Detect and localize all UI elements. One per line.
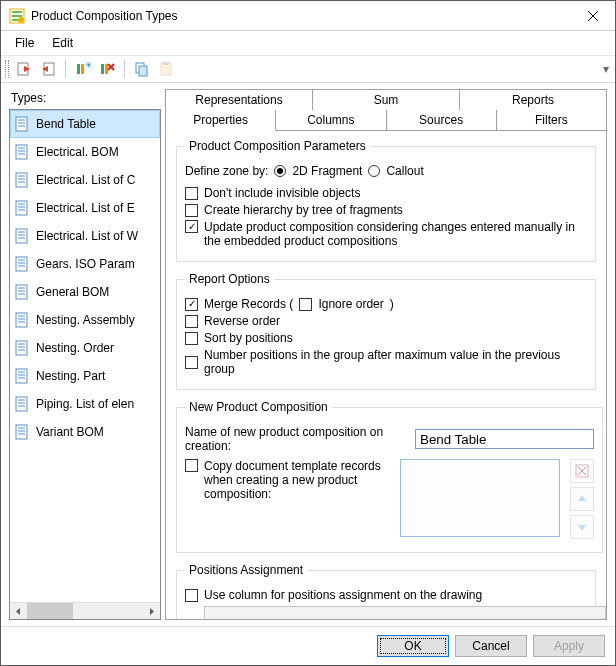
move-up-button[interactable] (570, 487, 594, 511)
toolbar-copy-button[interactable] (131, 58, 153, 80)
horizontal-scrollbar[interactable] (10, 602, 160, 619)
svg-rect-40 (16, 257, 27, 271)
positions-assignment-group: Positions Assignment Use column for posi… (176, 563, 596, 620)
scroll-track[interactable] (27, 603, 143, 620)
checkbox-dont-include-invisible[interactable] (185, 187, 198, 200)
types-label: Types: (11, 91, 161, 105)
tab-sum[interactable]: Sum (312, 89, 460, 110)
move-down-button[interactable] (570, 515, 594, 539)
list-item[interactable]: Gears. ISO Param (10, 250, 160, 278)
svg-rect-48 (16, 313, 27, 327)
list-item-label: General BOM (36, 285, 109, 299)
svg-rect-28 (16, 173, 27, 187)
list-item-label: Gears. ISO Param (36, 257, 135, 271)
checkbox-use-column-positions-label: Use column for positions assignment on t… (204, 588, 482, 602)
list-item[interactable]: General BOM (10, 278, 160, 306)
tab-representations[interactable]: Representations (165, 89, 313, 110)
document-icon (14, 312, 30, 328)
window-title: Product Composition Types (31, 9, 570, 23)
menu-file[interactable]: File (7, 34, 42, 52)
list-item[interactable]: Nesting. Part (10, 362, 160, 390)
tab-filters[interactable]: Filters (496, 110, 607, 131)
ok-button[interactable]: OK (377, 635, 449, 657)
toolbar-delete-button[interactable] (96, 58, 118, 80)
svg-point-4 (18, 17, 24, 23)
list-item[interactable]: Nesting. Assembly (10, 306, 160, 334)
scroll-thumb[interactable] (27, 603, 73, 620)
tab-sources[interactable]: Sources (386, 110, 497, 131)
titlebar: Product Composition Types (1, 1, 615, 31)
cancel-button[interactable]: Cancel (455, 635, 527, 657)
checkbox-merge-records-label: Merge Records ( (204, 297, 293, 311)
list-item[interactable]: Variant BOM (10, 418, 160, 446)
list-item[interactable]: Nesting. Order (10, 334, 160, 362)
template-records-listbox[interactable] (400, 459, 560, 537)
checkbox-sort-positions[interactable] (185, 332, 198, 345)
radio-2d-fragment[interactable] (274, 165, 286, 177)
list-item[interactable]: Electrical. List of E (10, 194, 160, 222)
toolbar-export-button[interactable] (37, 58, 59, 80)
list-item[interactable]: Bend Table (10, 110, 160, 138)
svg-rect-2 (12, 15, 22, 17)
tab-row-top: Representations Sum Reports (165, 89, 607, 110)
checkbox-create-hierarchy[interactable] (185, 204, 198, 217)
group-legend: New Product Composition (185, 400, 332, 414)
checkbox-use-column-positions[interactable] (185, 589, 198, 602)
document-icon (14, 172, 30, 188)
list-item-label: Variant BOM (36, 425, 104, 439)
toolbar-separator (65, 60, 66, 78)
delete-record-button[interactable] (570, 459, 594, 483)
close-button[interactable] (570, 1, 615, 30)
svg-rect-52 (16, 341, 27, 355)
svg-rect-64 (16, 425, 27, 439)
checkbox-number-positions[interactable] (185, 356, 198, 369)
apply-button[interactable]: Apply (533, 635, 605, 657)
toolbar: ✳ ▾ (1, 55, 615, 83)
svg-rect-3 (12, 19, 18, 21)
document-icon (14, 368, 30, 384)
toolbar-import-button[interactable] (13, 58, 35, 80)
properties-tab-content: Product Composition Parameters Define zo… (165, 130, 607, 620)
list-item[interactable]: Electrical. BOM (10, 138, 160, 166)
tab-columns[interactable]: Columns (275, 110, 386, 131)
types-panel: Types: Bend TableElectrical. BOMElectric… (9, 89, 161, 620)
svg-rect-1 (12, 11, 22, 13)
toolbar-paste-button[interactable] (155, 58, 177, 80)
list-item[interactable]: Electrical. List of W (10, 222, 160, 250)
svg-rect-13 (105, 64, 108, 74)
list-item-label: Piping. List of elen (36, 397, 134, 411)
checkbox-merge-records[interactable] (185, 298, 198, 311)
radio-callout[interactable] (368, 165, 380, 177)
checkbox-ignore-order[interactable] (299, 298, 312, 311)
list-item-label: Bend Table (36, 117, 96, 131)
checkbox-copy-template-records[interactable] (185, 459, 198, 472)
document-icon (14, 424, 30, 440)
list-item[interactable]: Piping. List of elen (10, 390, 160, 418)
group-legend: Positions Assignment (185, 563, 307, 577)
svg-rect-9 (77, 64, 80, 74)
report-options-group: Report Options Merge Records ( Ignore or… (176, 272, 596, 390)
toolbar-grip[interactable] (5, 60, 9, 78)
scroll-right-button[interactable] (143, 603, 160, 620)
document-icon (14, 284, 30, 300)
tab-properties[interactable]: Properties (165, 110, 276, 131)
list-item-label: Electrical. BOM (36, 145, 119, 159)
scroll-left-button[interactable] (10, 603, 27, 620)
dialog-footer: OK Cancel Apply (1, 626, 615, 665)
document-icon (14, 200, 30, 216)
svg-rect-20 (16, 117, 27, 131)
tab-reports[interactable]: Reports (459, 89, 607, 110)
name-on-creation-input[interactable] (415, 429, 594, 449)
toolbar-add-button[interactable]: ✳ (72, 58, 94, 80)
svg-rect-17 (139, 66, 147, 76)
svg-rect-60 (16, 397, 27, 411)
list-item[interactable]: Electrical. List of C (10, 166, 160, 194)
toolbar-overflow[interactable]: ▾ (601, 62, 611, 76)
menu-edit[interactable]: Edit (44, 34, 81, 52)
list-item-label: Nesting. Assembly (36, 313, 135, 327)
document-icon (14, 144, 30, 160)
product-composition-types-dialog: Product Composition Types File Edit ✳ ▾ … (0, 0, 616, 666)
checkbox-update-composition[interactable] (185, 220, 198, 233)
checkbox-reverse-order[interactable] (185, 315, 198, 328)
types-listbox[interactable]: Bend TableElectrical. BOMElectrical. Lis… (9, 109, 161, 620)
